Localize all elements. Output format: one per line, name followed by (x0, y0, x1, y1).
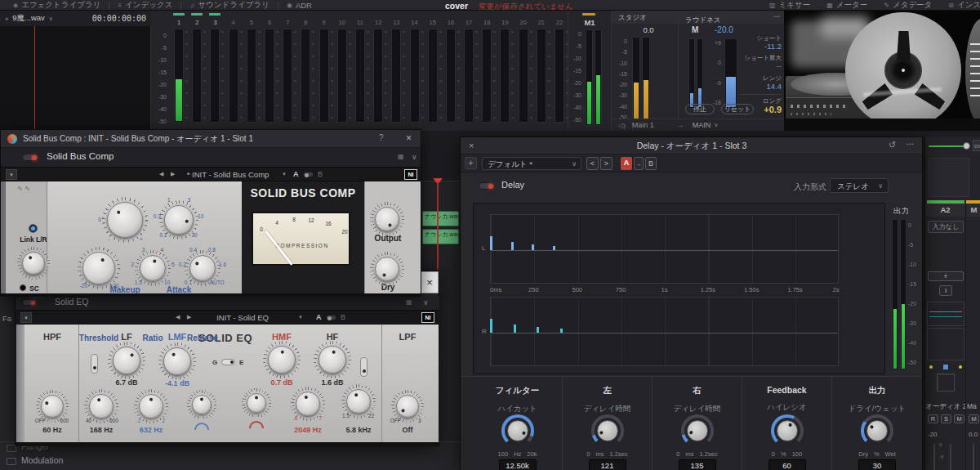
preset-dropdown-icon[interactable]: ▼ (298, 315, 303, 320)
close-icon[interactable]: × (421, 271, 439, 293)
help-icon[interactable]: ? (379, 133, 384, 142)
control-value[interactable]: 30 (858, 459, 896, 470)
monitor-dest[interactable]: MAIN (693, 121, 711, 129)
insert-enable-button[interactable]: I (939, 285, 952, 296)
release-knob[interactable]: 0.10.20.40.81.6AUTO (176, 242, 229, 294)
audio-clip[interactable]: ナウシカ.wav (422, 211, 459, 226)
preset-next-icon[interactable]: ▶ (187, 314, 191, 320)
hf-freq-knob[interactable]: 1.522 (333, 376, 384, 427)
close-icon[interactable]: × (469, 141, 474, 150)
add-insert-button[interactable]: + (928, 271, 964, 281)
input-assign-box[interactable]: 入力なし (928, 221, 964, 233)
control-value[interactable]: 12.50k (499, 459, 537, 470)
effects-list-item[interactable]: Modulation (21, 455, 63, 465)
dynamics-thumbnail[interactable] (927, 328, 964, 360)
delay-knob-feedback[interactable] (771, 414, 804, 447)
strip-header-main[interactable]: M (967, 204, 980, 217)
chevron-down-icon[interactable]: ∨ (714, 122, 718, 128)
lf-freq-knob[interactable]: 40600 (76, 381, 127, 432)
grid-icon[interactable]: ▦ (398, 153, 404, 160)
track-name-main[interactable]: Ma (967, 402, 980, 410)
add-preset-button[interactable]: + (465, 157, 477, 169)
ab-b-label[interactable]: B (341, 313, 345, 321)
clip-name[interactable]: 9魔...wav (12, 13, 45, 24)
loudness-reset-button[interactable]: リセット (721, 104, 754, 114)
ab-a-label[interactable]: A (316, 313, 322, 321)
ratio-knob[interactable]: 1.5234510 (127, 242, 179, 294)
eq-preset-name[interactable]: INIT - Solid EQ (216, 313, 269, 322)
grid-icon[interactable]: ▦ (406, 298, 412, 306)
history-icon[interactable]: ↺ (889, 140, 896, 150)
chevron-down-icon[interactable]: ∨ (423, 298, 429, 307)
dim-button[interactable]: DIM (973, 140, 980, 151)
hmf-q-knob[interactable] (234, 380, 279, 426)
ge-switch[interactable] (221, 359, 235, 365)
sc-gain-knob[interactable] (9, 239, 58, 288)
toolbar-item-mixer[interactable]: ▥ミキサー (761, 0, 818, 11)
ab-toggle[interactable] (303, 172, 314, 177)
lmf-freq-knob[interactable]: .22 (126, 381, 176, 432)
delay-plot-left[interactable] (490, 214, 839, 284)
slider-handle[interactable] (963, 142, 970, 150)
input-format-dropdown[interactable]: ステレオ ∨ (830, 178, 889, 193)
hpf-freq-knob[interactable]: OFF600 (28, 382, 77, 431)
attack-knob[interactable]: 0.10.3131030 (151, 192, 207, 248)
dry-knob[interactable] (362, 244, 412, 294)
preset-next-button[interactable]: > (600, 157, 612, 170)
toolbar-item-adr[interactable]: ◉ADR (278, 1, 320, 10)
hf-shelf-bell-switch[interactable] (360, 357, 368, 377)
lf-shelf-bell-switch[interactable] (91, 354, 98, 374)
preset-next-icon[interactable]: ▶ (171, 171, 175, 177)
fader-track[interactable] (950, 444, 951, 470)
delay-knob-output-mix[interactable] (861, 414, 893, 447)
ab-toggle[interactable] (326, 315, 336, 320)
ab-copy-button[interactable]: → (634, 157, 644, 170)
lmf-q-knob[interactable] (179, 382, 225, 427)
strip-button-s[interactable]: S (941, 414, 951, 423)
delay-knob-left-delay-time[interactable] (591, 414, 624, 447)
ab-b-button[interactable]: B (645, 157, 657, 170)
delay-knob-right-delay-time[interactable] (681, 414, 714, 447)
panel-collapse-button[interactable]: ▼ (20, 312, 32, 323)
preset-prev-icon[interactable]: ◀ (176, 314, 180, 320)
ab-a-button[interactable]: A (621, 157, 632, 170)
preset-prev-button[interactable]: < (586, 157, 599, 170)
control-value[interactable]: 135 (679, 459, 716, 470)
plugin-enable-toggle[interactable] (479, 182, 495, 190)
menu-icon[interactable]: ••• (906, 141, 914, 146)
pan-handle[interactable] (943, 365, 948, 369)
delay-plot-right[interactable] (490, 297, 839, 366)
comp-preset-name[interactable]: * INIT - Solid Bus Comp (187, 170, 270, 179)
monitor-volume-slider[interactable] (929, 145, 966, 147)
strip-button-r[interactable]: R (928, 414, 938, 423)
loudness-stop-button[interactable]: 停止 (685, 104, 715, 114)
fader-value-main[interactable]: 0.0 (969, 431, 978, 438)
fader-track[interactable] (933, 444, 935, 470)
comp-title-bar[interactable]: Solid Bus Comp : INIT - Solid Bus Comp -… (1, 130, 421, 148)
strip-button-m[interactable]: M (954, 414, 964, 423)
timeline-ruler[interactable] (421, 131, 460, 181)
panel-collapse-button[interactable]: ▼ (6, 169, 17, 180)
loudness-menu-icon[interactable]: ••• (774, 14, 781, 19)
fader-track[interactable] (973, 444, 974, 470)
delay-title-bar[interactable]: × Delay - オーディオ 1 - Slot 3 ↺ ••• (461, 137, 922, 154)
preset-dropdown[interactable]: デフォルト * ∨ (482, 157, 581, 170)
studio-tab[interactable]: スタジオ (612, 11, 679, 24)
control-value[interactable]: 121 (589, 459, 626, 470)
track-name-a2[interactable]: オーディオ 2 (925, 402, 965, 412)
preset-dropdown-icon[interactable]: ▼ (282, 172, 287, 177)
toolbar-item-metadata[interactable]: ✎メタデータ (875, 0, 940, 11)
preset-prev-icon[interactable]: ◀ (159, 171, 163, 177)
toolbar-item-index[interactable]: ≡インデックス (109, 0, 180, 11)
lpf-freq-knob[interactable]: OFF3 (383, 382, 432, 431)
output-knob[interactable] (362, 194, 412, 244)
threshold-knob[interactable]: -20+20 (69, 239, 128, 298)
chevron-down-icon[interactable]: ∨ (49, 16, 53, 22)
fader-value-a2[interactable]: -20 (928, 431, 938, 438)
player-playhead[interactable] (34, 26, 35, 131)
close-icon[interactable]: × (406, 132, 412, 144)
pan-grid[interactable] (937, 374, 955, 392)
audio-clip[interactable]: ナウシカ.wav (422, 229, 459, 244)
ab-a-label[interactable]: A (293, 170, 299, 178)
control-value[interactable]: 60 (768, 459, 806, 470)
